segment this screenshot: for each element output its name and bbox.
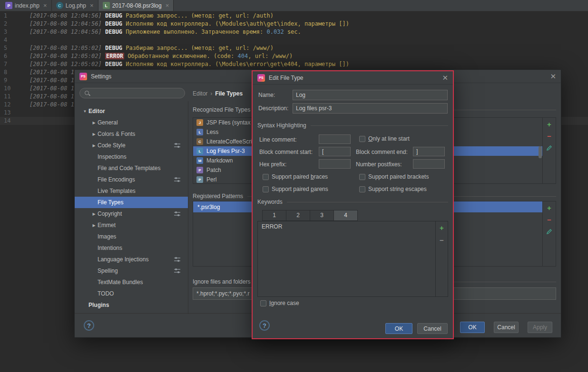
recognized-filetypes-label: Recognized File Types	[193, 106, 250, 113]
editor-line[interactable]: 3[2017-08-08 12:04:56] DEBUG Приложение …	[0, 28, 588, 36]
settings-ok-button[interactable]: OK	[460, 322, 485, 333]
support-paired-parens-checkbox[interactable]: Support paired parens	[263, 186, 328, 192]
tab-close-icon[interactable]: ×	[166, 2, 169, 9]
name-input[interactable]	[293, 90, 448, 100]
edit-ok-button[interactable]: OK	[385, 323, 412, 334]
checkbox-box	[260, 300, 266, 306]
line-comment-label: Line comment:	[259, 136, 297, 143]
editor-line[interactable]: 5[2017-08-08 12:05:02] DEBUG Разбираю за…	[0, 44, 588, 52]
edit-filetype-close-icon[interactable]: ✕	[442, 74, 448, 81]
filetype-label: Patch	[206, 167, 221, 173]
chevron-down-icon[interactable]: ▼	[81, 109, 88, 114]
editor-tab-2017-08-08-psr3log[interactable]: L2017-08-08.psr3log×	[98, 0, 174, 11]
settings-tree-item-inspections[interactable]: Inspections	[75, 151, 188, 162]
editor-line[interactable]: 1[2017-08-08 12:04:56] DEBUG Разбираю за…	[0, 12, 588, 20]
add-icon[interactable]: +	[546, 204, 553, 211]
number-postfixes-input[interactable]	[413, 159, 445, 169]
settings-tree-item-colors-fonts[interactable]: ▶Colors & Fonts	[75, 128, 188, 140]
scrollbar-thumb[interactable]	[539, 146, 542, 158]
add-icon[interactable]: +	[546, 120, 553, 128]
chevron-right-icon[interactable]: ▶	[90, 132, 98, 136]
editor-tab-index-php[interactable]: Pindex.php×	[1, 0, 52, 11]
line-code: [2017-08-08 12:04:56] DEBUG Исполняю код…	[26, 20, 349, 28]
tree-content-divider	[188, 101, 188, 314]
settings-tree-item-images[interactable]: Images	[75, 231, 188, 242]
support-paired-brackets-checkbox[interactable]: Support paired brackets	[359, 173, 429, 180]
edit-pencil-icon[interactable]	[546, 144, 553, 152]
settings-close-icon[interactable]: ✕	[550, 73, 556, 80]
remove-icon[interactable]: −	[438, 236, 446, 244]
settings-tree-item-live-templates[interactable]: Live Templates	[75, 185, 188, 197]
settings-tree-item-todo[interactable]: TODO	[75, 288, 188, 299]
edit-filetype-titlebar[interactable]: PS Edit File Type ✕	[253, 71, 453, 85]
settings-search-input[interactable]	[93, 90, 180, 96]
help-icon[interactable]: ?	[259, 320, 270, 331]
edit-cancel-button[interactable]: Cancel	[417, 323, 448, 334]
remove-icon[interactable]: −	[546, 132, 553, 140]
remove-icon[interactable]: −	[546, 216, 553, 223]
settings-tree-item-copyright[interactable]: ▶Copyright	[75, 208, 188, 219]
block-comment-end-label: Block comment end:	[356, 149, 408, 155]
settings-tree-item-language-injections[interactable]: Language Injections	[75, 254, 188, 265]
chevron-right-icon[interactable]: ▶	[90, 212, 98, 216]
settings-tree-item-code-style[interactable]: ▶Code Style	[75, 140, 188, 151]
settings-tree-item-plugins[interactable]: Plugins	[75, 299, 188, 311]
name-label: Name:	[258, 92, 275, 98]
chevron-right-icon[interactable]: ▶	[90, 143, 98, 148]
phpstorm-logo-icon: PS	[257, 74, 265, 82]
tab-close-icon[interactable]: ×	[90, 2, 94, 9]
settings-tree-item-textmate-bundles[interactable]: TextMate Bundles	[75, 277, 188, 288]
filetypes-toolbar: + −	[543, 117, 556, 184]
block-comment-start-input[interactable]	[319, 147, 351, 156]
settings-tree-item-file-types[interactable]: File Types	[75, 197, 188, 208]
chevron-right-icon[interactable]: ▶	[90, 223, 98, 228]
tree-item-label: Images	[98, 233, 116, 240]
settings-tree-item-spelling[interactable]: Spelling	[75, 265, 188, 277]
block-comment-end-input[interactable]	[413, 147, 445, 156]
editor-line[interactable]: 2[2017-08-08 12:04:56] DEBUG Исполняю ко…	[0, 20, 588, 28]
only-at-line-start-checkbox[interactable]: Only at line start	[359, 135, 410, 142]
help-icon[interactable]: ?	[84, 320, 94, 331]
editor-line[interactable]: 7[2017-08-08 12:05:02] DEBUG Исполняю ко…	[0, 60, 588, 68]
filetype-icon: M	[196, 157, 203, 164]
line-comment-input[interactable]	[319, 134, 351, 144]
editor-line[interactable]: 4	[0, 36, 588, 44]
add-icon[interactable]: +	[438, 224, 446, 231]
editor-tab-log-php[interactable]: CLog.php×	[52, 0, 98, 11]
patterns-toolbar: + −	[543, 201, 556, 267]
keyword-tab-3[interactable]: 3	[310, 210, 334, 221]
settings-cancel-button[interactable]: Cancel	[494, 322, 519, 333]
line-number: 3	[0, 28, 26, 36]
ignore-case-checkbox[interactable]: Ignore case	[260, 300, 299, 306]
tree-item-label: Language Injections	[98, 256, 148, 263]
description-input[interactable]	[293, 103, 448, 114]
keywords-list[interactable]: ERROR + −	[257, 221, 448, 297]
support-paired-braces-checkbox[interactable]: Support paired braces	[263, 173, 328, 180]
keywords-rows: ERROR	[258, 221, 448, 232]
settings-tree-item-file-encodings[interactable]: File Encodings	[75, 174, 188, 185]
hex-prefix-input[interactable]	[319, 159, 351, 169]
keyword-row-error[interactable]: ERROR	[258, 221, 448, 232]
line-code	[26, 109, 29, 117]
keyword-tab-1[interactable]: 1	[262, 210, 286, 221]
settings-tree-item-file-and-code-templates[interactable]: File and Code Templates	[75, 162, 188, 174]
filetype-icon: C	[196, 138, 203, 145]
breadcrumb-parent[interactable]: Editor	[193, 90, 207, 97]
settings-tree-item-editor[interactable]: ▼Editor	[75, 105, 188, 117]
settings-apply-button[interactable]: Apply	[528, 322, 552, 333]
editor-line[interactable]: 6[2017-08-08 12:05:02] ERROR Обработанно…	[0, 52, 588, 60]
gear-icon	[174, 177, 180, 182]
tab-close-icon[interactable]: ×	[43, 2, 47, 9]
settings-tree-item-general[interactable]: ▶General	[75, 117, 188, 128]
support-string-escapes-checkbox[interactable]: Support string escapes	[359, 186, 427, 192]
hex-prefix-label: Hex prefix:	[259, 161, 286, 168]
chevron-right-icon[interactable]: ▶	[90, 121, 98, 125]
settings-tree-item-emmet[interactable]: ▶Emmet	[75, 219, 188, 231]
line-code: [2017-08-08 12	[26, 68, 78, 76]
settings-search[interactable]	[79, 88, 185, 98]
keyword-tab-2[interactable]: 2	[286, 210, 310, 221]
settings-tree-item-intentions[interactable]: Intentions	[75, 242, 188, 254]
edit-pencil-icon[interactable]	[546, 228, 553, 235]
keyword-tab-4[interactable]: 4	[333, 210, 358, 221]
checkbox-label: Only at line start	[368, 135, 410, 142]
